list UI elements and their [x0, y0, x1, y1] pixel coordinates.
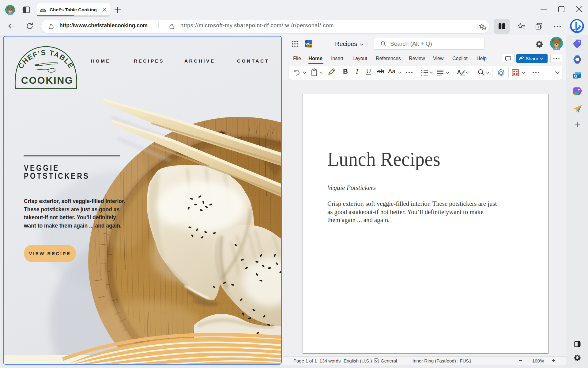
svg-text:CHEF’S TABLE: CHEF’S TABLE [17, 48, 76, 70]
svg-text:COOKING: COOKING [21, 75, 73, 86]
svg-text:DF: DF [308, 44, 312, 48]
svg-text:A: A [457, 69, 461, 75]
svg-text:COOKING: COOKING [40, 10, 46, 12]
